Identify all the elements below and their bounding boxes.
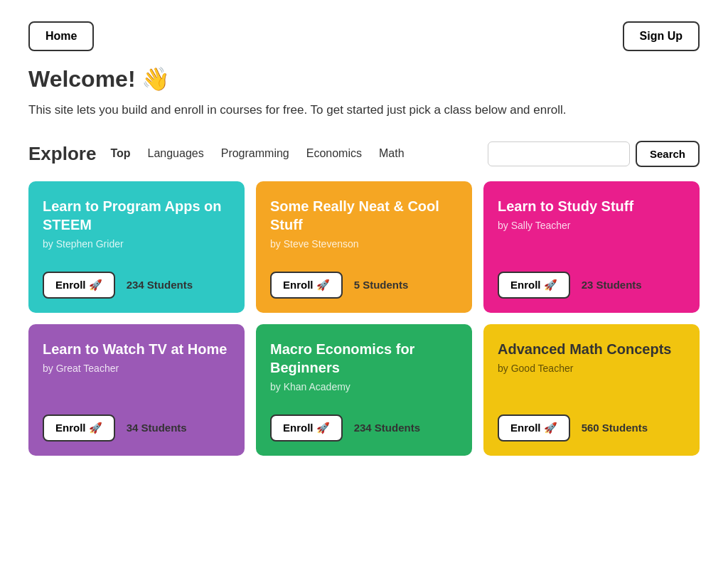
search-button[interactable]: Search	[636, 141, 700, 167]
course-card: Learn to Watch TV at Home by Great Teach…	[28, 324, 245, 456]
course-card: Learn to Program Apps on STEEM by Stephe…	[28, 181, 245, 313]
enroll-button[interactable]: Enroll 🚀	[43, 414, 115, 441]
course-title: Some Really Neat & Cool Stuff	[270, 197, 458, 234]
student-count: 34 Students	[127, 422, 187, 434]
explore-title: Explore	[28, 143, 96, 165]
filter-top[interactable]: Top	[107, 146, 133, 161]
course-author: by Good Teacher	[498, 363, 685, 374]
student-count: 234 Students	[127, 279, 193, 291]
course-title: Learn to Study Stuff	[498, 197, 685, 215]
course-footer: Enroll 🚀 560 Students	[498, 414, 685, 441]
header: Home Sign Up	[28, 14, 700, 65]
course-card: Learn to Study Stuff by Sally Teacher En…	[483, 181, 700, 313]
enroll-button[interactable]: Enroll 🚀	[270, 414, 343, 441]
filter-math[interactable]: Math	[376, 146, 407, 161]
filter-languages[interactable]: Languages	[145, 146, 207, 161]
course-title: Learn to Program Apps on STEEM	[43, 197, 230, 234]
course-author: by Stephen Grider	[43, 238, 230, 250]
course-title: Advanced Math Concepts	[498, 340, 685, 358]
course-card: Macro Economics for Beginners by Khan Ac…	[256, 324, 472, 456]
course-card: Some Really Neat & Cool Stuff by Steve S…	[256, 181, 472, 313]
welcome-section: Welcome! 👋 This site lets you build and …	[28, 65, 700, 119]
filter-economics[interactable]: Economics	[304, 146, 365, 161]
enroll-button[interactable]: Enroll 🚀	[498, 272, 570, 299]
explore-bar: Explore Top Languages Programming Econom…	[28, 141, 700, 167]
enroll-button[interactable]: Enroll 🚀	[498, 414, 570, 441]
course-author: by Sally Teacher	[498, 220, 685, 231]
course-author: by Great Teacher	[43, 363, 230, 374]
course-title: Learn to Watch TV at Home	[43, 340, 230, 358]
enroll-button[interactable]: Enroll 🚀	[43, 272, 115, 299]
home-button[interactable]: Home	[28, 21, 94, 51]
course-footer: Enroll 🚀 5 Students	[270, 272, 458, 299]
course-footer: Enroll 🚀 23 Students	[498, 272, 685, 299]
course-author: by Khan Academy	[270, 381, 458, 392]
student-count: 234 Students	[354, 422, 420, 434]
student-count: 23 Students	[582, 279, 642, 291]
student-count: 560 Students	[582, 422, 648, 434]
course-footer: Enroll 🚀 234 Students	[43, 272, 230, 299]
welcome-title: Welcome! 👋	[28, 65, 700, 92]
welcome-description: This site lets you build and enroll in c…	[28, 101, 700, 119]
enroll-button[interactable]: Enroll 🚀	[270, 272, 343, 299]
signup-button[interactable]: Sign Up	[623, 21, 700, 51]
course-title: Macro Economics for Beginners	[270, 340, 458, 377]
course-author: by Steve Stevenson	[270, 238, 458, 250]
course-footer: Enroll 🚀 234 Students	[270, 414, 458, 441]
course-card: Advanced Math Concepts by Good Teacher E…	[483, 324, 700, 456]
course-footer: Enroll 🚀 34 Students	[43, 414, 230, 441]
course-grid: Learn to Program Apps on STEEM by Stephe…	[28, 181, 700, 456]
search-area: Search	[488, 141, 700, 167]
search-input[interactable]	[488, 141, 630, 166]
student-count: 5 Students	[354, 279, 409, 291]
filter-programming[interactable]: Programming	[218, 146, 292, 161]
